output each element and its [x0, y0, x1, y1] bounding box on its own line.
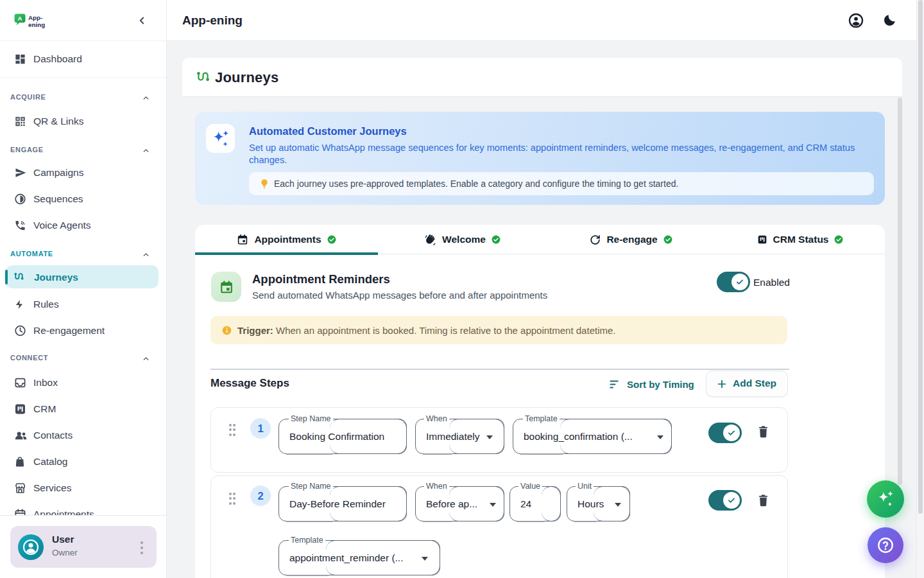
svg-text:A: A	[17, 15, 22, 22]
